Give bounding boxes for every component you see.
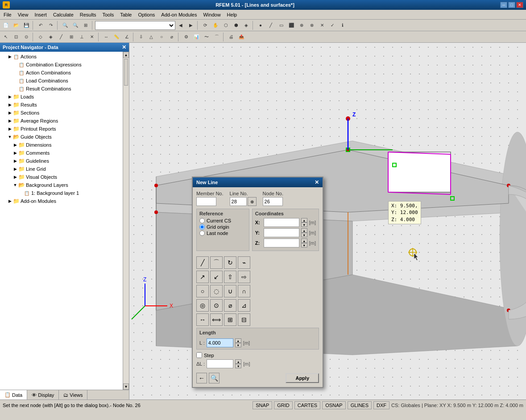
menu-view[interactable]: View <box>15 11 31 18</box>
tb-check[interactable]: ✓ <box>327 21 337 30</box>
line-type-2[interactable]: ⌒ <box>210 256 223 269</box>
footer-icon-2[interactable]: 🔍 <box>209 373 220 383</box>
line-type-19[interactable]: ⊞ <box>224 313 236 326</box>
menu-file[interactable]: File <box>1 11 14 18</box>
tb-node[interactable]: ● <box>256 21 265 30</box>
tb-new[interactable]: 📄 <box>1 21 11 30</box>
maximize-button[interactable]: □ <box>508 2 515 8</box>
tree-item-results[interactable]: ▶ 📁 Results <box>6 101 122 109</box>
tree-item-actions[interactable]: ▶ 📋 Actions <box>6 53 122 61</box>
tree-item-guide-obj[interactable]: ▼ 📂 Guide Objects <box>6 133 122 141</box>
line-type-18[interactable]: ⟺ <box>210 313 223 326</box>
tb2-snap-perp[interactable]: ⊥ <box>77 32 87 42</box>
tb2-snap-grid[interactable]: ⊞ <box>66 32 76 42</box>
tb2-print[interactable]: 🖨 <box>226 32 236 42</box>
tree-item-addon[interactable]: ▶ 📁 Add-on Modules <box>6 197 122 205</box>
tb-solid[interactable]: ⬛ <box>286 21 296 30</box>
tb2-dim[interactable]: ↔ <box>101 32 111 42</box>
tb-zoom-out[interactable]: 🔍 <box>70 21 80 30</box>
tree-item-line-grid[interactable]: ▶ 📁 Line Grid <box>12 165 122 173</box>
tb2-results[interactable]: 📊 <box>191 32 201 42</box>
expander-line-grid[interactable]: ▶ <box>12 166 18 172</box>
line-type-8[interactable]: ⇨ <box>238 271 250 283</box>
tree-item-printout[interactable]: ▶ 📁 Printout Reports <box>6 125 122 133</box>
dxf-button[interactable]: DXF <box>373 401 389 409</box>
expander-bg-layers[interactable]: ▼ <box>12 182 18 188</box>
menu-table[interactable]: Table <box>117 11 134 18</box>
tb-move[interactable]: ⊗ <box>307 21 317 30</box>
coord-z-spin[interactable]: ▲ ▼ <box>301 239 307 247</box>
radio-grid-origin[interactable]: Grid origin <box>199 224 246 230</box>
glines-button[interactable]: GLINES <box>348 401 372 409</box>
coord-z-input[interactable] <box>264 239 299 247</box>
osnap-button[interactable]: OSNAP <box>322 401 346 409</box>
radio-last-node-input[interactable] <box>199 231 205 236</box>
coord-x-input[interactable] <box>264 218 299 227</box>
tb2-hinge[interactable]: ○ <box>157 32 166 42</box>
tb2-deform[interactable]: 〜 <box>202 32 211 42</box>
expander-addon[interactable]: ▶ <box>7 198 12 204</box>
tb-save[interactable]: 💾 <box>21 21 31 30</box>
tb2-calc[interactable]: ⚙ <box>181 32 191 42</box>
snap-button[interactable]: SNAP <box>253 401 272 409</box>
radio-current-cs[interactable]: Current CS <box>199 218 246 223</box>
line-type-10[interactable]: ◌ <box>210 285 223 297</box>
tb-next[interactable]: ▶ <box>186 21 196 30</box>
expander-sections[interactable]: ▶ <box>7 110 12 115</box>
step-al-spin[interactable]: ▲ ▼ <box>235 359 241 368</box>
step-al-up[interactable]: ▲ <box>235 359 241 364</box>
tree-item-avg-regions[interactable]: ▶ 📁 Average Regions <box>6 117 122 125</box>
menu-window[interactable]: Window <box>200 11 223 18</box>
scroll-up[interactable]: ▲ <box>123 52 129 58</box>
menu-options[interactable]: Options <box>135 11 157 18</box>
expander-dimensions[interactable]: ▶ <box>12 142 18 148</box>
coord-z-up[interactable]: ▲ <box>301 239 307 243</box>
line-type-9[interactable]: ○ <box>196 285 209 297</box>
tb2-moment[interactable]: ⌒ <box>212 32 222 42</box>
line-type-1[interactable]: ╱ <box>196 256 209 269</box>
tb-prev[interactable]: ◀ <box>176 21 186 30</box>
menu-tools[interactable]: Tools <box>99 11 116 18</box>
tb2-support[interactable]: △ <box>146 32 156 42</box>
expander-guide-obj[interactable]: ▼ <box>7 134 12 140</box>
coord-y-spin[interactable]: ▲ ▼ <box>301 228 307 237</box>
expander-comments[interactable]: ▶ <box>12 150 18 156</box>
scroll-thumb[interactable] <box>124 59 128 86</box>
tb2-angle[interactable]: ∠ <box>122 32 132 42</box>
tb-zoom-fit[interactable]: ⊞ <box>81 21 91 30</box>
line-type-13[interactable]: ◎ <box>196 299 209 312</box>
viewport[interactable]: Z X Z X: 9.500, Y: 1 <box>129 43 526 399</box>
radio-current-cs-input[interactable] <box>199 218 205 223</box>
coord-y-up[interactable]: ▲ <box>301 228 307 233</box>
tree-item-combo-expr[interactable]: 📋 Combination Expressions <box>12 61 122 69</box>
member-no-input[interactable] <box>196 197 216 206</box>
nav-scrollbar[interactable]: ▲ ▼ <box>123 52 129 390</box>
line-type-15[interactable]: ⌀ <box>224 299 236 312</box>
step-checkbox-label[interactable]: Step <box>196 352 319 358</box>
tb-line[interactable]: ╱ <box>266 21 276 30</box>
coord-x-up[interactable]: ▲ <box>301 218 307 222</box>
length-down[interactable]: ▼ <box>235 343 241 347</box>
radio-grid-origin-input[interactable] <box>199 224 205 230</box>
step-al-down[interactable]: ▼ <box>235 364 241 368</box>
tb-rotate[interactable]: ⟳ <box>200 21 210 30</box>
tree-item-bg-layers[interactable]: ▼ 📂 Background Layers <box>12 181 122 189</box>
minimize-button[interactable]: ─ <box>500 2 507 8</box>
tb-surface[interactable]: ▭ <box>276 21 286 30</box>
line-type-17[interactable]: ↔ <box>196 313 209 326</box>
tab-display[interactable]: 👁 Display <box>27 390 59 399</box>
line-type-11[interactable]: ∪ <box>224 285 236 297</box>
tree-item-action-comb[interactable]: 📋 Action Combinations <box>12 69 122 77</box>
grid-button[interactable]: GRID <box>274 401 293 409</box>
tb2-spring[interactable]: ⌀ <box>167 32 177 42</box>
tb-render[interactable]: ◈ <box>241 21 251 30</box>
line-no-input[interactable] <box>230 197 247 206</box>
dialog-close-button[interactable]: ✕ <box>315 179 319 185</box>
step-checkbox[interactable] <box>196 352 202 358</box>
coord-x-spin[interactable]: ▲ ▼ <box>301 218 307 227</box>
tb-undo[interactable]: ↶ <box>36 21 46 30</box>
radio-last-node[interactable]: Last node <box>199 231 246 236</box>
menu-insert[interactable]: Insert <box>32 11 50 18</box>
tree-item-result-comb[interactable]: 📋 Result Combinations <box>12 85 122 93</box>
tree-item-visual-obj[interactable]: ▶ 📁 Visual Objects <box>12 173 122 181</box>
